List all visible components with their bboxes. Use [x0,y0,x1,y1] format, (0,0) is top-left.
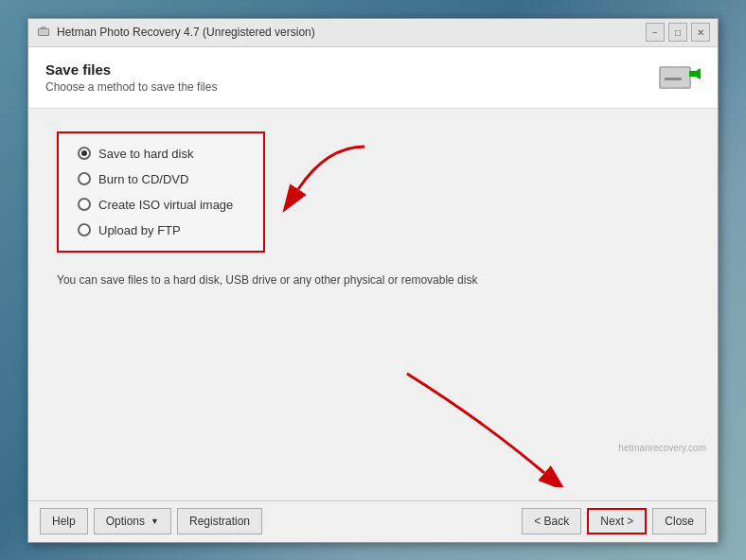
main-window: Hetman Photo Recovery 4.7 (Unregistered … [27,18,719,543]
radio-input-save-hard-disk[interactable] [78,147,91,160]
disk-icon [655,59,701,96]
close-button[interactable]: Close [652,508,706,534]
radio-input-burn-cd-dvd[interactable] [78,172,91,185]
options-button[interactable]: Options ▼ [94,508,171,534]
radio-label-create-iso: Create ISO virtual image [98,198,233,212]
help-button[interactable]: Help [40,508,88,534]
description-text: You can save files to a hard disk, USB d… [57,273,689,287]
radio-input-upload-ftp[interactable] [78,223,91,236]
svg-rect-2 [41,26,46,28]
header-section: Save files Choose a method to save the f… [28,47,718,109]
footer-bar: Help Options ▼ Registration < Back Next … [28,500,718,542]
page-subtitle: Choose a method to save the files [45,80,217,94]
title-bar: Hetman Photo Recovery 4.7 (Unregistered … [28,19,718,47]
next-button[interactable]: Next > [587,508,647,534]
back-button[interactable]: < Back [522,508,581,534]
radio-label-save-hard-disk: Save to hard disk [98,147,193,161]
minimize-button[interactable]: − [646,23,665,42]
app-icon [36,25,51,40]
header-text-block: Save files Choose a method to save the f… [45,61,217,94]
svg-rect-7 [689,71,701,77]
svg-rect-1 [39,29,48,35]
footer-left: Help Options ▼ Registration [40,508,262,534]
main-content: Save to hard diskBurn to CD/DVDCreate IS… [28,109,718,500]
watermark: hetmanrecovery.com [618,443,706,453]
title-bar-left: Hetman Photo Recovery 4.7 (Unregistered … [36,25,315,40]
arrow-indicator-1 [270,137,383,232]
footer-right: < Back Next > Close [522,508,706,534]
window-title: Hetman Photo Recovery 4.7 (Unregistered … [57,26,315,39]
registration-button[interactable]: Registration [177,508,262,534]
chevron-down-icon: ▼ [151,516,159,526]
radio-input-create-iso[interactable] [78,198,91,211]
radio-option-save-hard-disk[interactable]: Save to hard disk [78,147,244,161]
radio-option-create-iso[interactable]: Create ISO virtual image [78,198,244,212]
maximize-button[interactable]: □ [668,23,687,42]
radio-option-upload-ftp[interactable]: Upload by FTP [78,223,244,237]
page-title: Save files [45,61,217,78]
radio-label-upload-ftp: Upload by FTP [98,223,181,237]
radio-label-burn-cd-dvd: Burn to CD/DVD [98,172,188,186]
title-bar-buttons: − □ ✕ [646,23,710,42]
arrow-indicator-2 [388,364,577,487]
save-method-options-box: Save to hard diskBurn to CD/DVDCreate IS… [57,131,265,253]
svg-rect-5 [665,78,682,80]
close-window-button[interactable]: ✕ [691,23,710,42]
radio-option-burn-cd-dvd[interactable]: Burn to CD/DVD [78,172,244,186]
